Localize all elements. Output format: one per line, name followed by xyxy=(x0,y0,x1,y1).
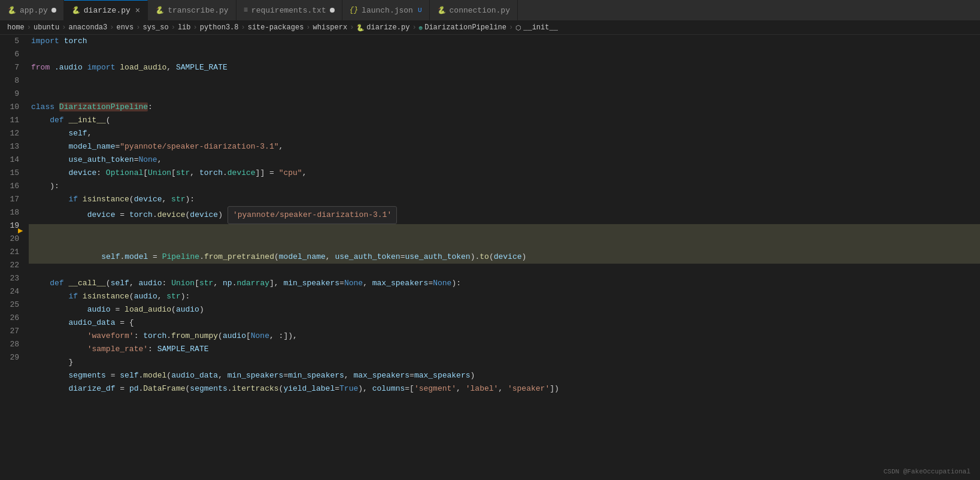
tab-launch-json[interactable]: {} launch.json U xyxy=(342,0,430,21)
code-line-16: ): xyxy=(29,180,980,193)
ln-24: 24 xyxy=(5,285,19,298)
tab-modified-dot-app-py xyxy=(51,8,56,13)
debug-arrow-icon: ▶ xyxy=(18,224,23,237)
tab-icon-app-py: 🐍 xyxy=(7,6,16,15)
code-container: 5 6 7 8 9 10 11 12 13 14 15 16 17 18 19 … xyxy=(0,35,980,473)
ln-11: 11 xyxy=(5,114,19,127)
code-line-17: if isinstance(device, str): xyxy=(29,193,980,206)
code-line-28: segments = self.model(audio_data, min_sp… xyxy=(29,369,980,382)
code-line-27: } xyxy=(29,356,980,369)
bc-home[interactable]: home xyxy=(7,23,25,32)
tab-modified-dot-requirements xyxy=(330,8,335,13)
bc-diarization-pipeline[interactable]: DiarizationPipeline xyxy=(424,23,506,32)
ln-14: 14 xyxy=(5,153,19,167)
code-line-13: model_name="pyannote/speaker-diarization… xyxy=(29,140,980,153)
code-line-19: ▶ self.model = Pipeline.from_pretrained(… xyxy=(29,224,980,264)
ln-21: 21 xyxy=(5,246,19,259)
ln-28: 28 xyxy=(5,338,19,351)
tab-app-py[interactable]: 🐍 app.py xyxy=(0,0,64,21)
ln-8: 8 xyxy=(5,74,19,87)
ln-20: 20 xyxy=(5,233,19,246)
tab-label-connection: connection.py xyxy=(450,6,510,15)
code-line-6 xyxy=(29,48,980,61)
code-line-25: 'waveform': torch.from_numpy(audio[None,… xyxy=(29,330,980,343)
code-line-18: device = torch.device(device)'pyannote/s… xyxy=(29,206,980,224)
tab-diarize-py[interactable]: 🐍 diarize.py × xyxy=(64,0,148,21)
bc-icon-py: 🐍 xyxy=(356,24,365,32)
code-line-20 xyxy=(29,264,980,277)
ln-7: 7 xyxy=(5,61,19,74)
code-lines: import torch from .audio import load_aud… xyxy=(29,35,980,473)
tab-badge-launch: U xyxy=(418,7,422,14)
ln-6: 6 xyxy=(5,48,19,61)
tab-label-requirements: requirements.txt xyxy=(251,6,326,15)
ln-13: 13 xyxy=(5,140,19,153)
code-line-12: self, xyxy=(29,127,980,140)
ln-9: 9 xyxy=(5,87,19,101)
bc-sys-so[interactable]: sys_so xyxy=(142,23,168,32)
tab-label-launch: launch.json xyxy=(362,6,413,15)
bc-site-packages[interactable]: site-packages xyxy=(248,23,304,32)
code-line-8 xyxy=(29,74,980,87)
breadcrumb: home › ubuntu › anaconda3 › envs › sys_s… xyxy=(0,21,980,35)
ln-10: 10 xyxy=(5,101,19,114)
bc-icon-class: ⊕ xyxy=(419,24,423,32)
code-line-14: use_auth_token=None, xyxy=(29,153,980,167)
tab-icon-requirements: ≡ xyxy=(244,6,248,14)
ln-23: 23 xyxy=(5,272,19,285)
tab-icon-transcribe-py: 🐍 xyxy=(155,6,164,15)
bc-whisperx[interactable]: whisperx xyxy=(313,23,348,32)
code-line-23: audio = load_audio(audio) xyxy=(29,303,980,316)
code-line-9 xyxy=(29,87,980,101)
code-line-7: from .audio import load_audio, SAMPLE_RA… xyxy=(29,61,980,74)
ln-15: 15 xyxy=(5,167,19,180)
code-line-5: import torch xyxy=(29,35,980,48)
tab-label-app-py: app.py xyxy=(20,6,48,15)
bc-init[interactable]: __init__ xyxy=(523,23,558,32)
code-line-15: device: Optional[Union[str, torch.device… xyxy=(29,167,980,180)
ln-27: 27 xyxy=(5,325,19,338)
bc-anaconda3[interactable]: anaconda3 xyxy=(68,23,107,32)
ln-22: 22 xyxy=(5,259,19,272)
tab-requirements-txt[interactable]: ≡ requirements.txt xyxy=(236,0,342,21)
tab-transcribe-py[interactable]: 🐍 transcribe.py xyxy=(148,0,236,21)
tab-close-diarize-py[interactable]: × xyxy=(135,7,140,15)
bc-ubuntu[interactable]: ubuntu xyxy=(34,23,59,32)
code-line-22: if isinstance(audio, str): xyxy=(29,290,980,303)
bc-lib[interactable]: lib xyxy=(178,23,191,32)
tab-bar: 🐍 app.py 🐍 diarize.py × 🐍 transcribe.py … xyxy=(0,0,980,21)
bc-envs[interactable]: envs xyxy=(116,23,134,32)
ln-26: 26 xyxy=(5,312,19,325)
tab-connection-py[interactable]: 🐍 connection.py xyxy=(430,0,518,21)
tab-icon-launch: {} xyxy=(350,6,358,14)
tab-label-transcribe-py: transcribe.py xyxy=(168,6,228,15)
ln-29: 29 xyxy=(5,351,19,364)
tab-label-diarize-py: diarize.py xyxy=(84,6,131,15)
ln-12: 12 xyxy=(5,127,19,140)
ln-17: 17 xyxy=(5,193,19,206)
ln-19: 19 xyxy=(5,219,19,233)
tab-icon-diarize-py: 🐍 xyxy=(71,6,80,15)
code-line-11: def __init__( xyxy=(29,114,980,127)
ln-5: 5 xyxy=(5,35,19,48)
code-line-26: 'sample_rate': SAMPLE_RATE xyxy=(29,343,980,356)
ln-25: 25 xyxy=(5,298,19,312)
code-line-24: audio_data = { xyxy=(29,316,980,330)
bc-diarize-py[interactable]: diarize.py xyxy=(366,23,409,32)
ln-16: 16 xyxy=(5,180,19,193)
tooltip-pyannote: 'pyannote/speaker-diarization-3.1' xyxy=(227,206,397,224)
watermark: CSDN @FakeOccupational xyxy=(884,468,970,473)
tab-icon-connection: 🐍 xyxy=(437,6,446,15)
ln-18: 18 xyxy=(5,206,19,219)
code-line-29: diarize_df = pd.DataFrame(segments.itert… xyxy=(29,382,980,396)
bc-icon-method: ⬡ xyxy=(515,24,521,32)
code-line-10: class DiarizationPipeline: xyxy=(29,101,980,114)
line-numbers: 5 6 7 8 9 10 11 12 13 14 15 16 17 18 19 … xyxy=(0,35,29,473)
code-line-21: def __call__(self, audio: Union[str, np.… xyxy=(29,277,980,290)
bc-python38[interactable]: python3.8 xyxy=(200,23,239,32)
